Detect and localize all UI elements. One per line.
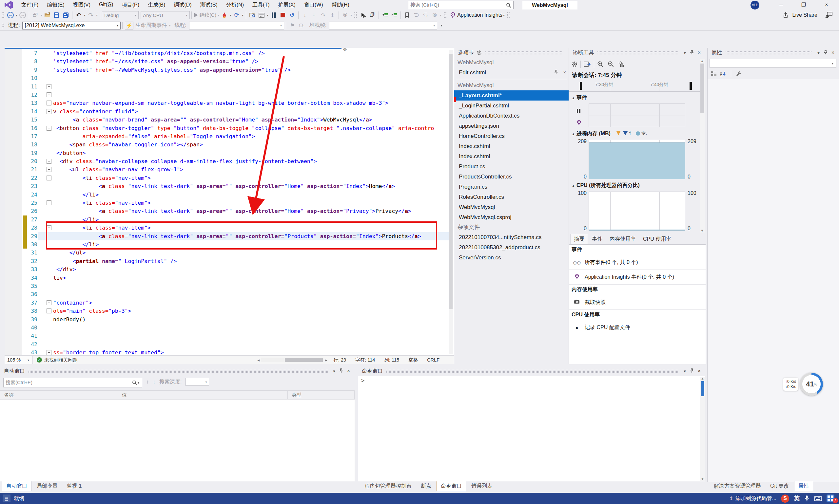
menu-item-W[interactable]: 窗口(W) [300, 1, 327, 9]
microphone-icon[interactable] [804, 495, 809, 502]
file-tab[interactable]: Index.cshtml [454, 151, 569, 161]
document-health-indicator[interactable]: ✓ 未找到相关问题 [33, 357, 82, 363]
application-insights-label[interactable]: Application Insights [457, 12, 503, 18]
open-file-button[interactable] [43, 11, 51, 19]
command-input-area[interactable]: > ▲ ▼ [358, 376, 705, 481]
step-out-button[interactable]: ↥ [328, 11, 336, 19]
cpu-section-label[interactable]: CPU (所有处理器的百分比) [576, 182, 640, 188]
lifecycle-events-label[interactable]: 生命周期事件 [135, 22, 167, 29]
code-line[interactable]: 12− [5, 91, 453, 99]
navigate-forward-button[interactable]: → [19, 11, 27, 19]
diag-zoom-in-icon[interactable] [597, 61, 604, 68]
diagnostics-tab-内存使用率[interactable]: 内存使用率 [606, 234, 639, 244]
hot-reload-icon[interactable] [221, 11, 228, 19]
thread-select[interactable]: ▾ [189, 22, 284, 30]
code-line[interactable]: 31 </ul> [5, 249, 453, 257]
search-depth-select[interactable]: ▾ [186, 378, 209, 386]
code-line[interactable]: 33 </div> [5, 265, 453, 273]
fold-marker-icon[interactable]: − [47, 92, 51, 97]
stop-debugging-button[interactable] [279, 11, 287, 19]
command-tab-命令窗口[interactable]: 命令窗口 [437, 481, 466, 491]
keyboard-icon[interactable] [814, 496, 822, 501]
fold-marker-icon[interactable]: − [47, 167, 51, 172]
status-task-icon[interactable]: ▤ [3, 494, 11, 502]
diagnostics-timeline[interactable]: 7:30分钟 7:40分钟 [569, 80, 700, 92]
code-line[interactable]: 18 <span class="navbar-toggler-icon"></s… [5, 141, 453, 149]
window-position-icon[interactable]: ▾ [682, 369, 688, 374]
diagnostics-tab-摘要[interactable]: 摘要 [570, 234, 588, 244]
next-bookmark-icon[interactable]: ⮎ [421, 11, 429, 19]
search-up-icon[interactable]: ↑ [146, 379, 149, 385]
pin-icon[interactable] [688, 368, 696, 374]
clear-bookmarks-icon[interactable]: ⮿ [431, 11, 438, 19]
categorized-icon[interactable] [711, 71, 717, 76]
document-outline-icon[interactable]: 🗇 [368, 11, 376, 19]
save-button[interactable] [53, 11, 60, 19]
file-tab[interactable]: WebMvcMysql [454, 202, 569, 212]
fold-marker-icon[interactable]: − [47, 200, 51, 205]
code-line[interactable]: 24 </li> [5, 191, 453, 199]
breakpoints-window-icon[interactable]: 🞊 [341, 11, 349, 19]
code-line[interactable]: 39nderBody() [5, 316, 453, 324]
code-line[interactable]: 35 [5, 282, 453, 290]
menu-item-D[interactable]: 调试(D) [170, 1, 196, 9]
code-line[interactable]: 36 [5, 290, 453, 298]
eol-indicator[interactable]: CRLF [422, 357, 444, 362]
file-tab[interactable]: Edit.cshtml× [454, 68, 569, 78]
fold-marker-icon[interactable]: − [47, 176, 51, 180]
record-cpu-item[interactable]: ● 记录 CPU 配置文件 [569, 320, 705, 335]
code-line[interactable]: 20− <div class="navbar-collapse collapse… [5, 157, 453, 165]
process-select[interactable]: [2012] WebMvcMysql.exe▾ [22, 22, 121, 30]
autos-tab-局部变量[interactable]: 局部变量 [33, 481, 62, 491]
code-line[interactable]: 38−ole="main" class="pb-3"> [5, 307, 453, 315]
save-all-button[interactable] [62, 11, 70, 19]
indent-decrease-icon[interactable] [381, 11, 389, 19]
break-all-button[interactable] [270, 11, 278, 19]
autos-tab-自动窗口[interactable]: 自动窗口 [2, 481, 32, 491]
code-line[interactable]: 8'stylesheet" href="~/css/site.css" asp-… [5, 57, 453, 66]
code-line[interactable]: 29 <a class="nav-link text-dark" asp-are… [5, 232, 453, 240]
toolbar-grip[interactable] [443, 12, 447, 18]
stackframe-select[interactable]: ▾ [329, 22, 437, 30]
diagnostics-scrollbar[interactable]: ▲ ▼ [700, 59, 705, 233]
command-tab-断点[interactable]: 断点 [417, 481, 435, 491]
search-down-icon[interactable]: ↓ [153, 379, 155, 385]
fold-marker-icon[interactable]: − [47, 126, 51, 131]
close-icon[interactable]: × [696, 50, 703, 56]
file-tab[interactable]: Index.cshtml [454, 141, 569, 151]
autos-search-input[interactable]: 搜索(Ctrl+E) ▾ [3, 378, 142, 388]
find-in-files-icon[interactable] [248, 11, 256, 19]
notification-badge[interactable]: 2 [833, 498, 838, 503]
menu-item-E[interactable]: 编辑(E) [42, 1, 69, 9]
file-tab[interactable]: appsettings.json [454, 121, 569, 131]
code-line[interactable]: 15 <a class="navbar-brand" asp-area="" a… [5, 115, 453, 124]
file-tab[interactable]: ApplicationDbContext.cs [454, 111, 569, 121]
close-icon[interactable]: × [345, 368, 352, 374]
file-tab[interactable]: WebMvcMysql.csproj [454, 212, 569, 222]
menu-item-GitG[interactable]: Git(G) [95, 1, 118, 9]
fold-marker-icon[interactable]: − [47, 300, 51, 305]
code-line[interactable]: 10 [5, 74, 453, 82]
navigate-back-button[interactable]: ← [6, 11, 14, 19]
menu-item-P[interactable]: 项目(P) [118, 1, 143, 9]
fold-marker-icon[interactable]: − [47, 101, 51, 105]
wrench-icon[interactable] [736, 71, 742, 77]
net-speed-widget[interactable]: ↑0 K/s ↓0 K/s 41% [783, 373, 823, 396]
bookmark-icon[interactable] [403, 11, 411, 19]
menu-item-N[interactable]: 分析(N) [222, 1, 248, 9]
file-tab[interactable]: ProductsController.cs [454, 172, 569, 182]
lifecycle-events-icon[interactable]: ⚡ [125, 22, 134, 30]
menu-item-F[interactable]: 文件(F) [17, 1, 42, 9]
all-events-item[interactable]: ◇◇ 所有事件(0 个, 共 0 个) [569, 255, 705, 270]
toolbar-grip[interactable] [1, 12, 5, 18]
application-insights-icon[interactable] [449, 11, 456, 19]
select-pointer-icon[interactable] [359, 11, 367, 19]
cpu-chart[interactable]: 100 0 100 0 [569, 190, 700, 232]
appinsights-events-item[interactable]: Application Insights 事件(0 个, 共 0 个) [569, 270, 705, 285]
account-avatar[interactable]: 剑上 [751, 1, 759, 10]
undo-button[interactable]: ↶ [75, 11, 83, 19]
diagnostics-tab-事件[interactable]: 事件 [589, 234, 606, 244]
menu-item-V[interactable]: 视图(V) [69, 1, 95, 9]
diag-reset-view-icon[interactable] [618, 61, 625, 67]
editor-zoom-select[interactable]: 105 %▾ [5, 356, 33, 364]
